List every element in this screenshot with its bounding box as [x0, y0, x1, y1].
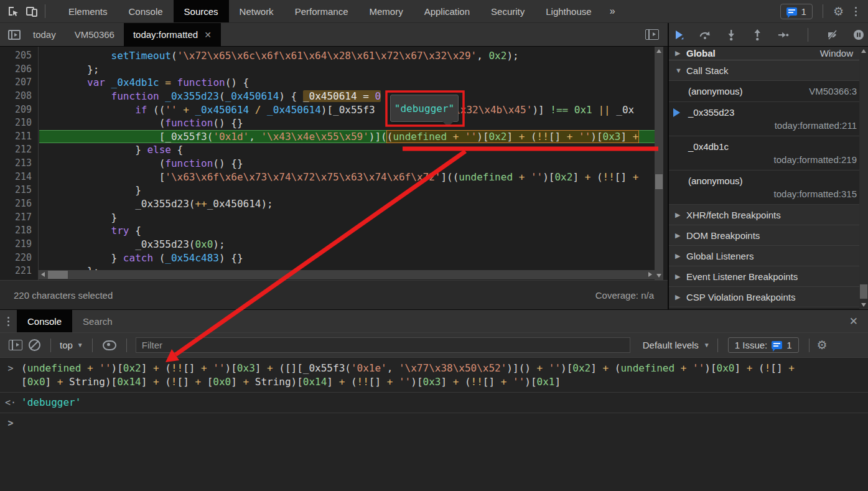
code-line-211[interactable]: [_0x55f3('0x1d', '\x43\x4e\x55\x59')]((u…: [39, 130, 655, 144]
line-number[interactable]: 221: [0, 264, 38, 278]
tab-memory[interactable]: Memory: [359, 0, 414, 22]
code-line-220[interactable]: } catch (_0x54c483) {}: [39, 251, 655, 265]
line-number[interactable]: 211: [0, 130, 38, 144]
line-number[interactable]: 205: [0, 49, 38, 63]
close-tab-icon[interactable]: ✕: [204, 30, 212, 40]
call-stack-frame[interactable]: _0x355d23today:formatted:211: [669, 102, 868, 136]
sidebar-scroll-thumb[interactable]: [860, 284, 867, 299]
line-number[interactable]: 208: [0, 90, 38, 103]
line-number[interactable]: 219: [0, 238, 38, 251]
horizontal-scroll-thumb[interactable]: [48, 271, 68, 279]
line-number[interactable]: 209: [0, 103, 38, 117]
scroll-up-arrow-icon[interactable]: [861, 49, 866, 53]
file-tab-today[interactable]: today: [24, 23, 65, 46]
issues-pill-button[interactable]: 1 Issue: 1: [728, 337, 799, 353]
line-number[interactable]: 213: [0, 157, 38, 171]
show-navigator-icon[interactable]: [5, 26, 24, 44]
section-xhr-fetch-breakpoints[interactable]: ▶XHR/fetch Breakpoints: [669, 205, 868, 225]
line-number[interactable]: 215: [0, 184, 38, 197]
console-input-entry[interactable]: > (undefined + '')[0x2] + (!![] + '')[0x…: [0, 358, 868, 393]
show-console-sidebar-icon[interactable]: [9, 340, 22, 350]
code-line-215[interactable]: }: [39, 184, 655, 197]
line-number[interactable]: 217: [0, 211, 38, 225]
settings-gear-icon[interactable]: ⚙: [833, 6, 844, 17]
line-number[interactable]: 207: [0, 76, 38, 90]
code-line-214[interactable]: ['\x63\x6f\x6e\x73\x74\x72\x75\x63\x74\x…: [39, 171, 655, 184]
call-stack-frame[interactable]: (anonymous)VM50366:3: [669, 81, 868, 102]
call-stack-frame[interactable]: _0x4db1ctoday:formatted:219: [669, 136, 868, 171]
pause-on-exceptions-button[interactable]: [853, 29, 864, 40]
resume-script-button[interactable]: [673, 29, 684, 40]
line-number[interactable]: 220: [0, 251, 38, 265]
drawer-tab-search[interactable]: Search: [72, 310, 123, 332]
toggle-debugger-sidebar-icon[interactable]: [645, 29, 659, 40]
filter-input[interactable]: [136, 337, 630, 353]
code-line-218[interactable]: try {: [39, 224, 655, 238]
code-line-212[interactable]: } else {: [39, 143, 655, 157]
code-line-210[interactable]: (function() {}: [39, 116, 655, 130]
tab-application[interactable]: Application: [414, 0, 480, 22]
tab-network[interactable]: Network: [229, 0, 284, 22]
scroll-down-arrow-icon[interactable]: [861, 303, 866, 307]
file-tab-vm50366[interactable]: VM50366: [65, 23, 124, 46]
create-live-expression-icon[interactable]: [103, 340, 116, 350]
code-line-205[interactable]: setTimeout('\x72\x65\x6c\x6f\x61\x64\x28…: [39, 49, 655, 63]
code-line-209[interactable]: if (('' + _0x450614 / _0x450614)[_0x55f3…: [39, 103, 655, 117]
more-tabs-button[interactable]: »: [602, 6, 623, 17]
scroll-right-arrow-icon[interactable]: [648, 272, 652, 277]
javascript-context-select[interactable]: top ▼: [55, 340, 88, 350]
line-number[interactable]: 218: [0, 224, 38, 238]
line-number[interactable]: 210: [0, 116, 38, 130]
line-number[interactable]: 214: [0, 171, 38, 184]
step-over-button[interactable]: [699, 29, 711, 40]
sidebar-scrollbar[interactable]: [859, 47, 868, 309]
code-area[interactable]: setTimeout('\x72\x65\x6c\x6f\x61\x64\x28…: [39, 47, 655, 280]
console-prompt-row[interactable]: >: [0, 413, 868, 433]
log-levels-select[interactable]: Default levels ▼: [639, 340, 714, 350]
tab-sources[interactable]: Sources: [174, 0, 229, 22]
console-result-entry[interactable]: <· 'debugger': [0, 393, 868, 413]
tab-lighthouse[interactable]: Lighthouse: [535, 0, 602, 22]
scroll-down-arrow-icon[interactable]: [656, 274, 661, 278]
editor-horizontal-scrollbar[interactable]: [39, 270, 655, 279]
scroll-up-arrow-icon[interactable]: [656, 49, 661, 53]
scope-row-global[interactable]: ▶ Global Window: [669, 47, 868, 60]
code-line-213[interactable]: (function() {}: [39, 157, 655, 171]
call-stack-frame[interactable]: (anonymous)today:formatted:315: [669, 171, 868, 205]
step-into-button[interactable]: [726, 29, 737, 40]
code-line-207[interactable]: var _0x4db1c = function() {: [39, 76, 655, 90]
line-number[interactable]: 216: [0, 197, 38, 211]
line-number[interactable]: 206: [0, 63, 38, 77]
close-drawer-icon[interactable]: ✕: [839, 315, 868, 328]
code-line-216[interactable]: _0x355d23(++_0x450614);: [39, 197, 655, 211]
device-toolbar-icon[interactable]: [22, 2, 41, 20]
console-output[interactable]: > (undefined + '')[0x2] + (!![] + '')[0x…: [0, 358, 868, 491]
code-line-219[interactable]: _0x355d23(0x0);: [39, 238, 655, 251]
tab-console[interactable]: Console: [118, 0, 174, 22]
tab-performance[interactable]: Performance: [284, 0, 359, 22]
code-line-217[interactable]: }: [39, 211, 655, 225]
code-line-208[interactable]: function _0x355d23(_0x450614) { _0x45061…: [39, 90, 655, 103]
drawer-tab-console[interactable]: Console: [17, 310, 72, 332]
line-number[interactable]: 212: [0, 143, 38, 157]
issues-button[interactable]: 1: [780, 4, 813, 19]
tab-elements[interactable]: Elements: [58, 0, 118, 22]
section-dom-breakpoints[interactable]: ▶DOM Breakpoints: [669, 225, 868, 246]
clear-console-icon[interactable]: [29, 339, 40, 351]
editor-vertical-scrollbar[interactable]: [655, 47, 663, 280]
main-menu-kebab-icon[interactable]: [850, 7, 862, 16]
section-event-listener-breakpoints[interactable]: ▶Event Listener Breakpoints: [669, 266, 868, 287]
line-number-gutter[interactable]: 2052062072082092102112122132142152162172…: [0, 47, 39, 280]
call-stack-header[interactable]: ▼ Call Stack: [669, 60, 868, 81]
vertical-scroll-thumb[interactable]: [655, 174, 663, 189]
console-settings-gear-icon[interactable]: ⚙: [817, 339, 828, 351]
step-out-button[interactable]: [752, 29, 763, 40]
drawer-menu-kebab-icon[interactable]: [0, 317, 17, 326]
section-global-listeners[interactable]: ▶Global Listeners: [669, 246, 868, 266]
deactivate-breakpoints-button[interactable]: [827, 29, 838, 40]
step-button[interactable]: [778, 29, 789, 40]
scroll-left-arrow-icon[interactable]: [41, 272, 45, 277]
code-line-206[interactable]: };: [39, 63, 655, 77]
file-tab-today-formatted[interactable]: today:formatted✕: [124, 23, 221, 46]
inspect-element-icon[interactable]: [4, 2, 22, 20]
